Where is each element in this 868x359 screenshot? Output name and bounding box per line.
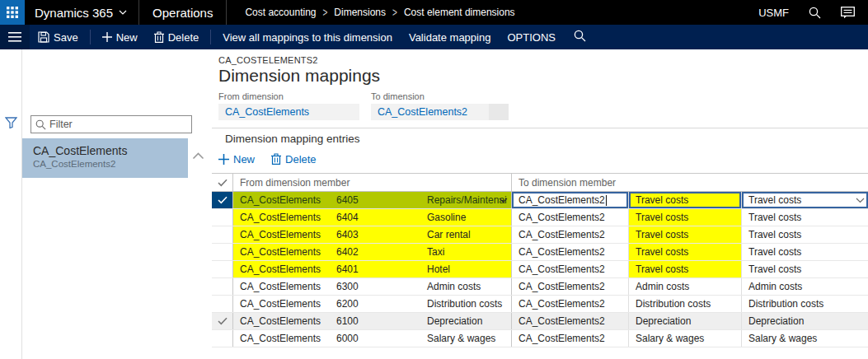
to-dimension-cell[interactable]: CA_CostElements2 xyxy=(511,261,628,277)
row-select-checkbox[interactable] xyxy=(212,278,233,295)
to-description-combobox[interactable]: Travel costs xyxy=(741,209,868,226)
from-dimension-cell[interactable]: CA_CostElements xyxy=(233,244,330,260)
to-description-combobox[interactable]: Travel costs xyxy=(741,244,868,260)
from-description-cell[interactable]: Gasoline xyxy=(420,209,511,226)
from-dimension-cell[interactable]: CA_CostElements xyxy=(233,226,330,243)
to-member-column-header[interactable]: To dimension member xyxy=(511,174,868,191)
app-launcher-button[interactable] xyxy=(0,0,25,25)
from-dimension-cell[interactable]: CA_CostElements xyxy=(233,192,330,208)
to-description-cell[interactable]: Distribution costs xyxy=(628,296,741,312)
from-description-cell[interactable]: Distribution costs xyxy=(420,296,511,312)
to-dimension-cell[interactable]: CA_CostElements2 xyxy=(511,244,628,260)
validate-mapping-button[interactable]: Validate mapping xyxy=(401,25,500,49)
to-dimension-cell[interactable]: CA_CostElements2 xyxy=(511,296,628,312)
to-description-cell[interactable]: Depreciation xyxy=(628,313,741,329)
filter-input[interactable] xyxy=(49,119,187,130)
from-description-cell[interactable]: Admin costs xyxy=(420,278,511,295)
table-row[interactable]: CA_CostElements6403Car rentalCA_CostElem… xyxy=(212,226,868,244)
from-code-cell[interactable]: 6300 xyxy=(330,278,420,295)
breadcrumb-item[interactable]: Cost accounting xyxy=(245,7,316,18)
lookup-button[interactable] xyxy=(489,104,509,120)
appbar-search-button[interactable] xyxy=(564,30,596,44)
to-description-combobox[interactable]: Travel costs xyxy=(741,261,868,277)
from-dimension-cell[interactable]: CA_CostElements xyxy=(233,296,330,312)
from-code-cell[interactable]: 6200 xyxy=(330,296,420,312)
new-button[interactable]: New xyxy=(94,25,146,49)
row-select-checkbox[interactable] xyxy=(212,192,233,208)
row-select-checkbox[interactable] xyxy=(212,313,233,329)
from-code-cell[interactable]: 6403 xyxy=(330,226,420,243)
company-picker[interactable]: USMF xyxy=(758,7,789,19)
from-dimension-cell[interactable]: CA_CostElements xyxy=(233,313,330,329)
options-menu[interactable]: OPTIONS xyxy=(499,25,564,49)
grid-new-button[interactable]: New xyxy=(218,153,255,166)
from-code-cell[interactable]: 6401 xyxy=(330,261,420,277)
from-description-cell[interactable]: Car rental xyxy=(420,226,511,243)
breadcrumb-item[interactable]: Cost element dimensions xyxy=(404,7,515,18)
row-select-checkbox[interactable] xyxy=(212,296,233,312)
to-description-cell[interactable]: Travel costs xyxy=(628,226,741,243)
table-row[interactable]: CA_CostElements6405Repairs/MaintenaiCA_C… xyxy=(212,192,868,209)
table-row[interactable]: CA_CostElements6200Distribution costsCA_… xyxy=(212,296,868,313)
to-dimension-value[interactable]: CA_CostElements2 xyxy=(371,104,509,120)
module-label[interactable]: Operations xyxy=(139,6,226,20)
table-row[interactable]: CA_CostElements6401HotelCA_CostElements2… xyxy=(212,261,868,278)
from-dimension-value[interactable]: CA_CostElements xyxy=(218,104,359,120)
from-dimension-cell[interactable]: CA_CostElements xyxy=(233,261,330,277)
from-member-column-header[interactable]: From dimension member xyxy=(233,174,511,191)
to-description-cell[interactable]: Travel costs xyxy=(628,244,741,260)
row-select-checkbox[interactable] xyxy=(212,209,233,226)
feedback-icon[interactable] xyxy=(841,7,855,19)
from-dimension-cell[interactable]: CA_CostElements xyxy=(233,330,330,347)
select-all-checkbox[interactable] xyxy=(212,174,233,191)
to-description-combobox[interactable]: Depreciation xyxy=(741,313,868,329)
from-dimension-link[interactable]: CA_CostElements xyxy=(225,106,309,118)
to-description-combobox[interactable]: Salary & wages xyxy=(741,330,868,347)
scroll-up-button[interactable] xyxy=(192,148,204,163)
to-dimension-cell[interactable]: CA_CostElements2 xyxy=(511,192,628,208)
table-row[interactable]: CA_CostElements6404GasolineCA_CostElemen… xyxy=(212,209,868,226)
to-dimension-cell[interactable]: CA_CostElements2 xyxy=(511,226,628,243)
breadcrumb-item[interactable]: Dimensions xyxy=(334,7,386,18)
from-code-cell[interactable]: 6402 xyxy=(330,244,420,260)
to-description-combobox[interactable]: Distribution costs xyxy=(741,296,868,312)
delete-button[interactable]: Delete xyxy=(146,25,208,49)
to-description-combobox[interactable]: Travel costs xyxy=(741,192,868,208)
from-description-cell[interactable]: Taxi xyxy=(420,244,511,260)
save-button[interactable]: Save xyxy=(30,25,87,49)
hamburger-menu-button[interactable] xyxy=(0,25,30,49)
to-dimension-cell[interactable]: CA_CostElements2 xyxy=(511,330,628,347)
to-description-cell[interactable]: Travel costs xyxy=(628,209,741,226)
row-select-checkbox[interactable] xyxy=(212,226,233,243)
table-row[interactable]: CA_CostElements6000Salary & wagesCA_Cost… xyxy=(212,330,868,347)
to-dimension-cell[interactable]: CA_CostElements2 xyxy=(511,278,628,295)
view-all-mappings-button[interactable]: View all mappings to this dimension xyxy=(214,25,401,49)
from-dimension-cell[interactable]: CA_CostElements xyxy=(233,278,330,295)
list-item-mapping[interactable]: CA_CostElements CA_CostElements2 xyxy=(22,138,188,178)
to-description-combobox[interactable]: Admin costs xyxy=(741,278,868,295)
from-description-cell[interactable]: Hotel xyxy=(420,261,511,277)
from-code-cell[interactable]: 6404 xyxy=(330,209,420,226)
row-select-checkbox[interactable] xyxy=(212,244,233,260)
row-select-checkbox[interactable] xyxy=(212,330,233,347)
to-description-cell[interactable]: Salary & wages xyxy=(628,330,741,347)
from-description-cell[interactable]: Repairs/Maintenai xyxy=(420,192,511,208)
table-row[interactable]: CA_CostElements6300Admin costsCA_CostEle… xyxy=(212,278,868,296)
search-icon[interactable] xyxy=(809,7,821,19)
to-description-cell[interactable]: Travel costs xyxy=(628,192,741,208)
to-dimension-cell[interactable]: CA_CostElements2 xyxy=(511,209,628,226)
to-dimension-cell[interactable]: CA_CostElements2 xyxy=(511,313,628,329)
to-description-combobox[interactable]: Travel costs xyxy=(741,226,868,243)
from-description-cell[interactable]: Salary & wages xyxy=(420,330,511,347)
from-code-cell[interactable]: 6000 xyxy=(330,330,420,347)
product-menu[interactable]: Dynamics 365 xyxy=(25,6,138,20)
table-row[interactable]: CA_CostElements6402TaxiCA_CostElements2T… xyxy=(212,244,868,261)
from-description-cell[interactable]: Depreciation xyxy=(420,313,511,329)
from-code-cell[interactable]: 6100 xyxy=(330,313,420,329)
row-select-checkbox[interactable] xyxy=(212,261,233,277)
from-dimension-cell[interactable]: CA_CostElements xyxy=(233,209,330,226)
to-description-cell[interactable]: Travel costs xyxy=(628,261,741,277)
to-description-cell[interactable]: Admin costs xyxy=(628,278,741,295)
table-row[interactable]: CA_CostElements6100DepreciationCA_CostEl… xyxy=(212,313,868,330)
filter-pane-button[interactable] xyxy=(5,117,17,132)
